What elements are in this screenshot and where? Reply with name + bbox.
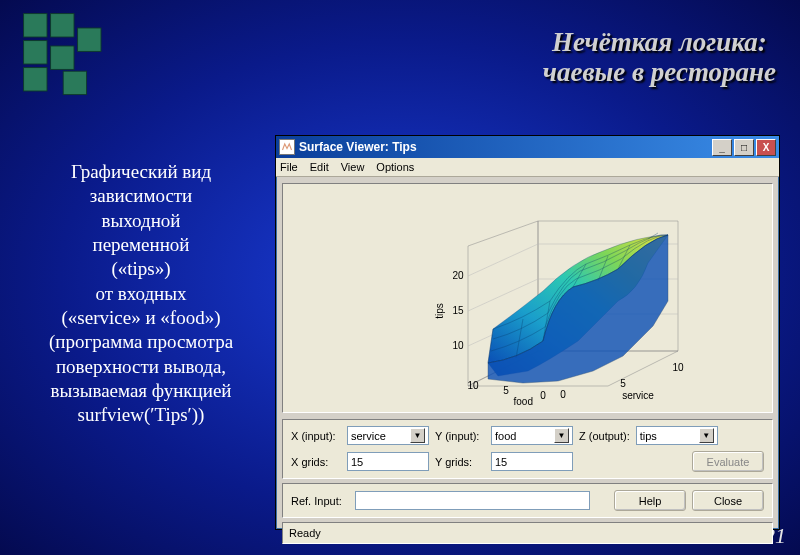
maximize-icon: □ <box>741 142 747 153</box>
z-axis-label: tips <box>434 303 445 319</box>
x-tick-0: 0 <box>560 389 566 400</box>
minimize-icon: _ <box>719 142 725 153</box>
title-line-1: Нечёткая логика: <box>543 28 776 58</box>
x-input-select[interactable]: service ▼ <box>347 426 429 445</box>
z-tick-20: 20 <box>452 270 464 281</box>
x-axis-label: service <box>622 390 654 401</box>
help-button[interactable]: Help <box>614 490 686 511</box>
status-bar: Ready <box>282 522 773 544</box>
slide-logo <box>20 10 110 100</box>
ref-input-field[interactable] <box>355 491 590 510</box>
status-text: Ready <box>289 527 321 539</box>
svg-rect-6 <box>63 71 86 94</box>
y-tick-0: 0 <box>540 390 546 401</box>
svg-rect-2 <box>78 28 101 51</box>
slide-description: Графический вид зависимости выходной пер… <box>16 160 266 427</box>
svg-rect-0 <box>24 14 47 37</box>
menu-file[interactable]: File <box>280 161 298 173</box>
title-line-2: чаевые в ресторане <box>543 58 776 88</box>
menu-view[interactable]: View <box>341 161 365 173</box>
surface-viewer-window: Surface Viewer: Tips _ □ X File Edit Vie… <box>275 135 780 530</box>
menu-options[interactable]: Options <box>376 161 414 173</box>
x-grids-field[interactable]: 15 <box>347 452 429 471</box>
svg-rect-3 <box>24 41 47 64</box>
svg-line-12 <box>468 244 538 276</box>
svg-rect-4 <box>51 46 74 69</box>
close-icon: X <box>763 142 770 153</box>
surface-plot[interactable]: 10 15 20 tips 0 5 10 food 0 5 10 service <box>282 183 773 413</box>
chevron-down-icon: ▼ <box>410 428 425 443</box>
close-window-button[interactable]: X <box>756 139 776 156</box>
z-output-select[interactable]: tips ▼ <box>636 426 718 445</box>
window-title: Surface Viewer: Tips <box>299 140 712 154</box>
x-tick-10: 10 <box>672 362 684 373</box>
input-panel: X (input): service ▼ Y (input): food ▼ Z… <box>282 419 773 479</box>
menu-edit[interactable]: Edit <box>310 161 329 173</box>
slide-title: Нечёткая логика: чаевые в ресторане <box>543 28 776 87</box>
app-icon <box>279 139 295 155</box>
maximize-button[interactable]: □ <box>734 139 754 156</box>
x-grids-label: X grids: <box>291 456 341 468</box>
z-tick-10: 10 <box>452 340 464 351</box>
svg-rect-1 <box>51 14 74 37</box>
chevron-down-icon: ▼ <box>699 428 714 443</box>
ref-input-label: Ref. Input: <box>291 495 349 507</box>
ref-panel: Ref. Input: Help Close <box>282 483 773 518</box>
z-tick-15: 15 <box>452 305 464 316</box>
menu-bar: File Edit View Options <box>276 158 779 177</box>
y-input-select[interactable]: food ▼ <box>491 426 573 445</box>
svg-rect-5 <box>24 68 47 91</box>
y-grids-label: Y grids: <box>435 456 485 468</box>
x-tick-5: 5 <box>620 378 626 389</box>
z-output-label: Z (output): <box>579 430 630 442</box>
x-input-label: X (input): <box>291 430 341 442</box>
y-axis-label: food <box>513 396 532 406</box>
y-tick-5: 5 <box>503 385 509 396</box>
y-tick-10: 10 <box>467 380 479 391</box>
evaluate-button[interactable]: Evaluate <box>692 451 764 472</box>
close-button[interactable]: Close <box>692 490 764 511</box>
chevron-down-icon: ▼ <box>554 428 569 443</box>
minimize-button[interactable]: _ <box>712 139 732 156</box>
y-grids-field[interactable]: 15 <box>491 452 573 471</box>
window-titlebar[interactable]: Surface Viewer: Tips _ □ X <box>276 136 779 158</box>
y-input-label: Y (input): <box>435 430 485 442</box>
